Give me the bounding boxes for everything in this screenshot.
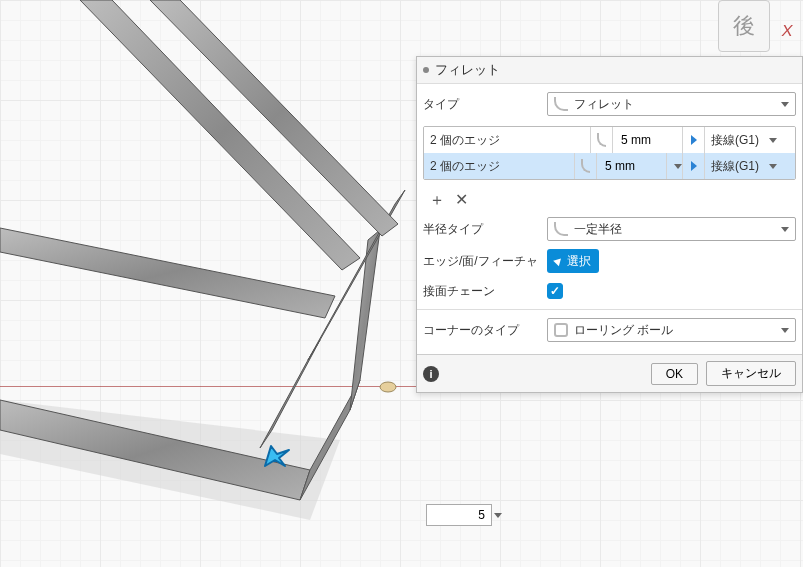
fillet-icon <box>554 97 568 111</box>
chevron-down-icon <box>674 164 682 169</box>
edge-row-label: 2 個のエッジ <box>430 158 500 175</box>
corner-icon <box>554 323 568 337</box>
edge-radius-input[interactable] <box>619 132 676 148</box>
fillet-dialog: フィレット タイプ フィレット 2 個のエッジ 接線(G1) 2 個のエッジ <box>416 56 803 393</box>
edge-row[interactable]: 2 個のエッジ 接線(G1) <box>424 153 795 179</box>
svg-marker-6 <box>0 228 335 318</box>
radius-type-value: 一定半径 <box>574 221 622 238</box>
type-label: タイプ <box>423 96 547 113</box>
add-selection-button[interactable]: ＋ <box>429 190 445 211</box>
edge-row[interactable]: 2 個のエッジ 接線(G1) <box>424 127 795 153</box>
edge-continuity-value: 接線(G1) <box>711 132 759 149</box>
chevron-down-icon <box>781 102 789 107</box>
svg-point-10 <box>380 382 396 392</box>
chevron-down-icon <box>781 328 789 333</box>
origin-marker <box>378 380 398 394</box>
fillet-icon <box>597 133 606 147</box>
chevron-down-icon <box>769 138 777 143</box>
selection-cursor-icon <box>261 440 291 470</box>
corner-type-select[interactable]: ローリング ボール <box>547 318 796 342</box>
svg-marker-5 <box>308 190 405 360</box>
corner-type-value: ローリング ボール <box>574 322 673 339</box>
corner-type-label: コーナーのタイプ <box>423 322 547 339</box>
tangent-chain-label: 接面チェーン <box>423 283 547 300</box>
chevron-down-icon[interactable] <box>494 513 502 518</box>
select-button[interactable]: 選択 <box>547 249 599 273</box>
radius-type-label: 半径タイプ <box>423 221 547 238</box>
edge-selection-list: 2 個のエッジ 接線(G1) 2 個のエッジ 接線(G1) <box>423 126 796 180</box>
dialog-pin-icon <box>423 67 429 73</box>
edge-continuity-value: 接線(G1) <box>711 158 759 175</box>
dialog-title-text: フィレット <box>435 61 500 79</box>
tangent-chain-checkbox[interactable]: ✓ <box>547 283 563 299</box>
radius-type-select[interactable]: 一定半径 <box>547 217 796 241</box>
edge-face-feature-label: エッジ/面/フィーチャ <box>423 253 547 270</box>
edge-radius-input[interactable] <box>603 158 660 174</box>
viewcube[interactable]: 後 <box>718 0 770 52</box>
model-wireframe[interactable] <box>0 0 420 540</box>
edge-row-label: 2 個のエッジ <box>430 132 500 149</box>
pointer-icon <box>553 256 564 267</box>
dialog-titlebar[interactable]: フィレット <box>417 57 802 84</box>
cancel-button[interactable]: キャンセル <box>706 361 796 386</box>
ok-button[interactable]: OK <box>651 363 698 385</box>
remove-selection-button[interactable]: ✕ <box>455 190 468 211</box>
svg-marker-4 <box>260 340 320 448</box>
fillet-icon <box>581 159 590 173</box>
select-button-label: 選択 <box>567 253 591 270</box>
info-icon[interactable]: i <box>423 366 439 382</box>
viewcube-face-label: 後 <box>733 11 755 41</box>
tangent-icon <box>691 161 697 171</box>
chevron-down-icon <box>781 227 789 232</box>
type-select-value: フィレット <box>574 96 634 113</box>
chevron-down-icon <box>769 164 777 169</box>
tangent-icon <box>691 135 697 145</box>
viewport-value-input-group <box>426 504 502 526</box>
viewport-value-input[interactable] <box>426 504 492 526</box>
fillet-icon <box>554 222 568 236</box>
type-select[interactable]: フィレット <box>547 92 796 116</box>
